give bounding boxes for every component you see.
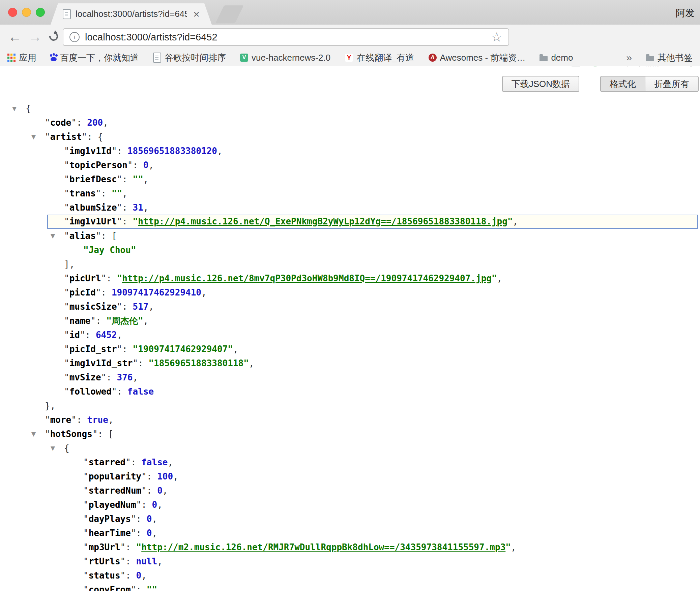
tab-title: localhost:3000/artists?id=645 (76, 9, 187, 19)
collapse-caret[interactable]: ▼ (51, 441, 55, 455)
json-line: "picId": 19097417462929410, (0, 285, 700, 300)
json-token: ": (117, 216, 133, 226)
json-token: " (83, 500, 89, 510)
awesomes-icon: A (429, 54, 437, 62)
json-key: starredNum (89, 486, 142, 496)
page-info-icon[interactable]: i (69, 32, 80, 42)
json-token: [ (108, 429, 114, 439)
collapse-caret[interactable]: ▼ (31, 427, 36, 441)
collapse-all-button[interactable]: 折叠所有 (645, 76, 699, 92)
json-key: mp3Url (89, 542, 120, 552)
bookmark-item-baidu[interactable]: 百度一下，你就知道 (51, 52, 139, 64)
json-token: " (64, 188, 69, 198)
profile-name[interactable]: 阿发 (676, 7, 695, 20)
json-line: ▼"hotSongs": [ (0, 427, 700, 441)
browser-toolbar: ← → i localhost:3000/artists?id=6452 ☆ e… (0, 25, 700, 50)
browser-tab[interactable]: localhost:3000/artists?id=645 × (51, 3, 212, 25)
json-token: ": (131, 514, 147, 524)
json-token: " (492, 273, 497, 283)
bookmark-label: 在线翻译_有道 (357, 52, 414, 64)
collapse-caret[interactable]: ▼ (51, 229, 55, 243)
bookmark-item-google-sort[interactable]: 谷歌按时间排序 (153, 52, 226, 64)
json-token: " (64, 386, 69, 397)
json-token: " (45, 415, 50, 425)
json-line: "mp3Url": "http://m2.music.126.net/RMJR7… (0, 540, 700, 554)
json-url-link[interactable]: http://p4.music.126.net/8mv7qP30Pd3oHW8b… (122, 273, 492, 283)
json-token: " (64, 344, 69, 354)
json-number-value: 100 (157, 471, 173, 481)
new-tab-button[interactable] (215, 5, 243, 23)
json-token: " (64, 203, 69, 213)
json-url-link[interactable]: http://m2.music.126.net/RMJR7wDullRqppBk… (141, 542, 505, 552)
json-string-value: "18569651883380118" (148, 358, 249, 368)
json-token: , (143, 316, 149, 326)
json-token: ": (80, 330, 96, 340)
json-key: code (50, 118, 71, 128)
back-button[interactable]: ← (8, 29, 22, 44)
json-key: img1v1Id_str (69, 358, 133, 368)
json-line: ▼{ (0, 101, 700, 116)
bookmark-label: demo (551, 53, 573, 63)
tab-close-icon[interactable]: × (193, 9, 200, 20)
json-token: , (133, 372, 138, 382)
youdao-icon: Y (345, 53, 353, 62)
bookmark-label: 谷歌按时间排序 (165, 52, 226, 64)
json-token: " (64, 231, 69, 241)
close-window-button[interactable] (8, 8, 17, 17)
bookmark-item-vue-hackernews[interactable]: V vue-hackernews-2.0 (240, 53, 330, 63)
json-token: " (64, 287, 69, 298)
json-key: more (50, 415, 71, 425)
download-json-button[interactable]: 下载JSON数据 (502, 76, 579, 92)
json-line: "starredNum": 0, (0, 484, 700, 498)
format-button[interactable]: 格式化 (600, 76, 645, 92)
json-token: " (117, 273, 122, 283)
zoom-window-button[interactable] (36, 8, 45, 17)
json-line: "albumSize": 31, (0, 200, 700, 215)
json-token: { (26, 103, 31, 114)
bookmark-star-icon[interactable]: ☆ (491, 30, 502, 44)
json-token: " (507, 216, 513, 226)
json-token: ": (101, 273, 117, 283)
json-line: "followed": false (0, 384, 700, 399)
json-line: "name": "周杰伦", (0, 314, 700, 328)
json-url-link[interactable]: http://p4.music.126.net/Q_ExePNkmgB2yWyL… (138, 216, 507, 226)
json-line: ▼"artist": { (0, 130, 700, 144)
json-key: picId_str (69, 344, 117, 354)
json-key: id (69, 330, 80, 340)
json-token: , (497, 273, 502, 283)
url-text[interactable]: localhost:3000/artists?id=6452 (85, 32, 217, 43)
json-token: " (64, 146, 69, 156)
other-bookmarks[interactable]: 其他书签 (646, 52, 693, 64)
json-key: artist (50, 132, 82, 142)
minimize-window-button[interactable] (22, 8, 31, 17)
json-line: "popularity": 100, (0, 469, 700, 484)
bookmark-item-demo[interactable]: demo (539, 53, 573, 63)
json-token: , (249, 358, 254, 368)
reload-button[interactable] (49, 32, 58, 41)
address-bar[interactable]: i localhost:3000/artists?id=6452 ☆ (63, 28, 509, 46)
json-number-value: 18569651883380120 (127, 146, 217, 156)
json-line: "more": true, (0, 413, 700, 427)
json-token: ": (71, 118, 87, 128)
bookmark-item-youdao[interactable]: Y 在线翻译_有道 (345, 52, 414, 64)
folder-icon (539, 56, 548, 61)
json-number-value: 376 (117, 372, 133, 382)
bookmark-item-awesomes[interactable]: A Awesomes - 前端资… (429, 52, 526, 64)
json-line: "img1v1Id_str": "18569651883380118", (0, 356, 700, 370)
json-line: "dayPlays": 0, (0, 512, 700, 526)
json-token: , (143, 174, 149, 184)
json-token: , (233, 344, 238, 354)
collapse-caret[interactable]: ▼ (31, 130, 36, 144)
json-key: briefDesc (69, 174, 117, 184)
json-token: ": (127, 160, 143, 170)
json-token: " (64, 358, 69, 368)
apps-shortcut[interactable]: 应用 (7, 52, 36, 64)
bookmarks-overflow-icon[interactable]: » (626, 52, 632, 63)
apps-grid-icon (7, 54, 16, 62)
json-token: ": (112, 386, 127, 397)
json-key: dayPlays (89, 514, 131, 524)
json-token: " (83, 471, 89, 481)
json-token: , (511, 542, 516, 552)
collapse-caret[interactable]: ▼ (12, 101, 17, 116)
json-number-value: 0 (147, 528, 152, 538)
